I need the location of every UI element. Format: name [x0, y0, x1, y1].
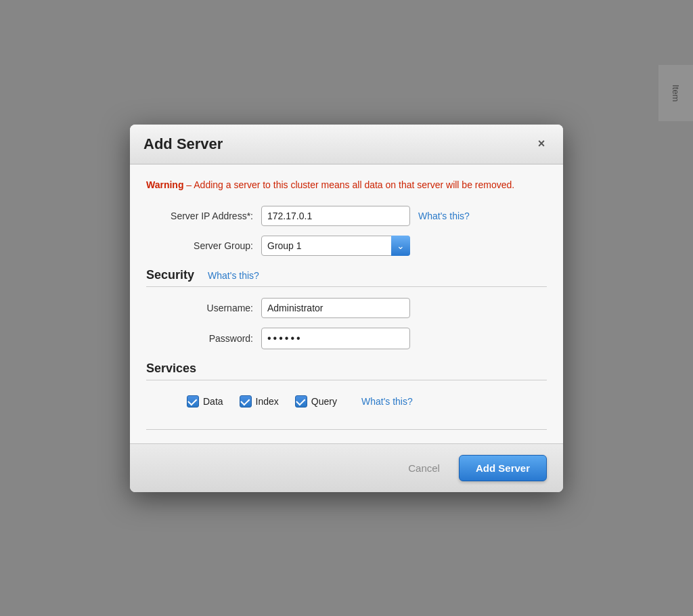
footer-divider	[146, 429, 547, 430]
server-ip-input[interactable]	[261, 206, 410, 226]
index-checkbox-label: Index	[256, 396, 279, 407]
server-group-select-wrapper: Group 1 Group 2 Group 3 ⌄	[261, 236, 410, 256]
services-section-header: Services	[146, 361, 547, 380]
password-row: Password:	[146, 328, 547, 349]
query-checkbox-label: Query	[311, 396, 337, 407]
cancel-button[interactable]: Cancel	[397, 457, 451, 479]
services-checkboxes: Data Index Query What's this?	[146, 384, 547, 418]
services-help-link[interactable]: What's this?	[361, 396, 413, 407]
security-section-header: Security What's this?	[146, 268, 547, 287]
services-section: Services Data Index Query What	[146, 361, 547, 418]
query-checkbox-item[interactable]: Query	[295, 395, 337, 408]
security-help-link[interactable]: What's this?	[208, 270, 259, 281]
warning-text: – Adding a server to this cluster means …	[183, 179, 514, 190]
server-group-select[interactable]: Group 1 Group 2 Group 3	[261, 236, 410, 256]
data-checkbox-item[interactable]: Data	[187, 395, 223, 408]
add-server-dialog: Add Server × Warning – Adding a server t…	[130, 125, 563, 492]
password-label: Password:	[146, 333, 261, 344]
query-checkbox[interactable]	[295, 395, 307, 408]
data-checkbox-label: Data	[203, 396, 223, 407]
username-input[interactable]	[261, 298, 410, 318]
server-group-row: Server Group: Group 1 Group 2 Group 3 ⌄	[146, 236, 547, 256]
services-title: Services	[146, 361, 196, 376]
server-group-label: Server Group:	[146, 240, 261, 251]
index-checkbox[interactable]	[240, 395, 252, 408]
server-ip-help-link[interactable]: What's this?	[418, 211, 470, 221]
server-ip-label: Server IP Address*:	[146, 211, 261, 221]
close-button[interactable]: ×	[533, 136, 550, 152]
warning-message: Warning – Adding a server to this cluste…	[146, 178, 547, 192]
dialog-header: Add Server ×	[130, 125, 563, 164]
warning-prefix: Warning	[146, 179, 183, 190]
password-input[interactable]	[261, 328, 410, 349]
username-row: Username:	[146, 298, 547, 318]
index-checkbox-item[interactable]: Index	[240, 395, 279, 408]
dialog-body: Warning – Adding a server to this cluste…	[130, 164, 563, 443]
server-ip-row: Server IP Address*: What's this?	[146, 206, 547, 226]
username-label: Username:	[146, 303, 261, 313]
security-title: Security	[146, 268, 194, 282]
dialog-title: Add Server	[143, 135, 223, 153]
add-server-button[interactable]: Add Server	[459, 455, 547, 481]
dialog-footer: Cancel Add Server	[130, 443, 563, 492]
data-checkbox[interactable]	[187, 395, 199, 408]
